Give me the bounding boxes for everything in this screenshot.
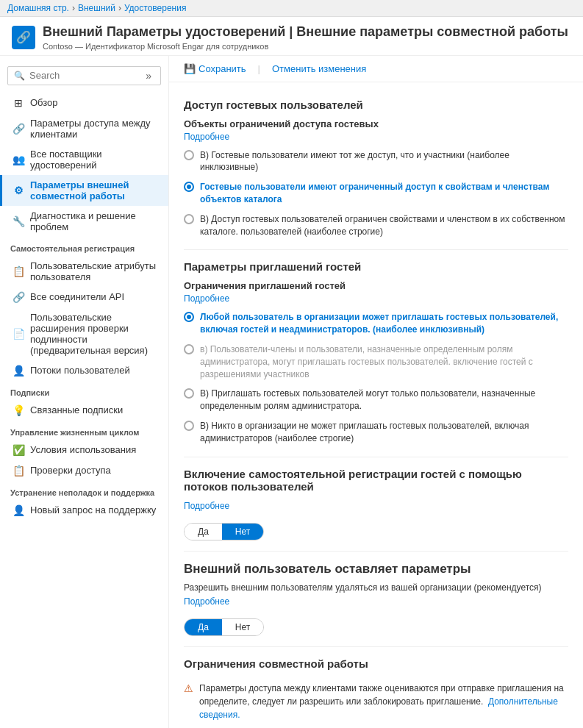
guest-invitations-subtitle: Ограничения приглашений гостей: [184, 280, 568, 291]
sidebar-item-user-extensions[interactable]: 📄 Пользовательские расширения проверки п…: [0, 307, 168, 360]
self-service-learn-more[interactable]: Подробнее: [184, 501, 229, 511]
sidebar-label-linked-subs: Связанные подписки: [30, 404, 123, 415]
guest-access-learn-more[interactable]: Подробнее: [184, 132, 229, 142]
collab-warning-box: ⚠ Параметры доступа между клиентами такж…: [184, 677, 568, 726]
guest-invitations-learn-more[interactable]: Подробнее: [184, 293, 229, 304]
breadcrumb-home[interactable]: Домашняя стр.: [7, 3, 69, 13]
collab-option-allow-all[interactable]: Разрешить отправку приглашений в любой д…: [184, 726, 568, 728]
sidebar-collapse-button[interactable]: »: [143, 70, 154, 82]
sidebar-item-terms[interactable]: ✅ Условия использования: [0, 440, 168, 460]
guest-access-label-inclusive: В) Гостевые пользователи имеют тот же до…: [200, 149, 568, 174]
sidebar-item-overview[interactable]: ⊞ Обзор: [0, 93, 168, 113]
cancel-button[interactable]: Отменить изменения: [272, 62, 366, 76]
breadcrumb-sep1: ›: [72, 3, 75, 13]
search-box: 🔍 »: [7, 66, 161, 85]
wrench-icon: 🔧: [12, 215, 24, 227]
sidebar-item-user-attrs[interactable]: 📋 Пользовательские атрибуты пользователя: [0, 256, 168, 287]
radio-invite-member[interactable]: [184, 344, 194, 354]
radio-restricted[interactable]: [184, 214, 194, 224]
users-icon: 👥: [12, 154, 24, 165]
external-leave-no-button[interactable]: Нет: [222, 619, 263, 635]
save-label: Сохранить: [198, 63, 246, 74]
divider-2: [184, 457, 568, 457]
sidebar-label-terms: Условия использования: [30, 444, 136, 455]
collab-restrictions-title: Ограничения совместной работы: [184, 657, 568, 670]
invite-option-nobody[interactable]: В) Никто в организации не может приглаша…: [184, 418, 568, 446]
self-service-toggle-group: Да Нет: [184, 523, 264, 540]
radio-inclusive[interactable]: [184, 150, 194, 160]
external-leave-title: Внешний пользователь оставляет параметры: [184, 562, 568, 577]
grid-icon: ⊞: [12, 97, 24, 109]
sidebar-item-external-collab[interactable]: ⚙ Параметры внешней совместной работы: [0, 175, 168, 206]
page-subtitle: Contoso — Идентификатор Microsoft Engar …: [43, 42, 568, 51]
radio-limited[interactable]: [184, 182, 194, 192]
self-service-yes-button[interactable]: Да: [185, 524, 222, 540]
guest-access-title: Доступ гостевых пользователей: [184, 99, 568, 111]
api-icon: 🔗: [12, 291, 24, 303]
invite-label-member: в) Пользователи-члены и пользователи, на…: [200, 343, 568, 380]
content-body: Доступ гостевых пользователей Объекты ог…: [169, 82, 583, 728]
sidebar-item-access-reviews[interactable]: 📋 Проверки доступа: [0, 460, 168, 481]
invite-option-admin-only[interactable]: В) Приглашать гостевых пользователей мог…: [184, 386, 568, 414]
guest-access-label-restricted: В) Доступ гостевых пользователей огранич…: [200, 213, 568, 238]
breadcrumb: Домашняя стр. › Внешний › Удостоверения: [0, 0, 583, 17]
collab-restrictions-section: Ограничения совместной работы ⚠ Параметр…: [184, 657, 568, 728]
sidebar-label-all-providers: Все поставщики удостоверений: [30, 149, 158, 171]
external-leave-toggle-group: Да Нет: [184, 618, 264, 636]
self-service-no-button[interactable]: Нет: [222, 524, 263, 540]
divider-3: [184, 551, 568, 552]
guest-access-option-inclusive[interactable]: В) Гостевые пользователи имеют тот же до…: [184, 148, 568, 176]
invite-option-anyone[interactable]: Любой пользователь в организации может п…: [184, 310, 568, 338]
sidebar: 🔍 » ⊞ Обзор 🔗 Параметры доступа между кл…: [0, 56, 169, 728]
invite-label-admin: В) Приглашать гостевых пользователей мог…: [200, 388, 568, 413]
sidebar-item-linked-subs[interactable]: 💡 Связанные подписки: [0, 400, 168, 421]
search-input[interactable]: [29, 70, 138, 81]
invite-option-member[interactable]: в) Пользователи-члены и пользователи, на…: [184, 342, 568, 382]
main-layout: 🔍 » ⊞ Обзор 🔗 Параметры доступа между кл…: [0, 56, 583, 728]
warning-icon: ⚠: [184, 682, 193, 694]
settings-icon: ⚙: [12, 185, 24, 196]
radio-invite-anyone[interactable]: [184, 312, 194, 322]
save-icon: 💾: [184, 63, 196, 74]
collab-warning-text: Параметры доступа между клиентами также …: [199, 682, 568, 721]
self-service-section: Включение самостоятельной регистрации го…: [184, 468, 568, 540]
cancel-label: Отменить изменения: [272, 63, 366, 74]
external-leave-description: Разрешить внешним пользователям удалятьс…: [184, 582, 568, 593]
guest-access-subtitle: Объекты ограничений доступа гостевых: [184, 118, 568, 129]
section-title-lifecycle: Управление жизненным циклом: [0, 421, 168, 440]
radio-invite-nobody[interactable]: [184, 421, 194, 431]
external-leave-yes-button[interactable]: Да: [185, 619, 222, 635]
sidebar-item-user-flows[interactable]: 👤 Потоки пользователей: [0, 360, 168, 381]
doc-icon: 📄: [12, 328, 24, 340]
toolbar-separator: |: [258, 63, 260, 74]
sidebar-item-all-providers[interactable]: 👥 Все поставщики удостоверений: [0, 144, 168, 175]
guest-invitations-section: Параметры приглашений гостей Ограничения…: [184, 260, 568, 446]
invite-label-anyone: Любой пользователь в организации может п…: [200, 311, 568, 336]
external-leave-learn-more[interactable]: Подробнее: [184, 596, 229, 607]
sidebar-label-access-reviews: Проверки доступа: [30, 465, 111, 476]
breadcrumb-sep2: ›: [118, 3, 121, 13]
sidebar-label-user-flows: Потоки пользователей: [30, 365, 130, 376]
save-button[interactable]: 💾 Сохранить: [184, 62, 246, 76]
guest-access-option-restricted[interactable]: В) Доступ гостевых пользователей огранич…: [184, 212, 568, 240]
breadcrumb-external[interactable]: Внешний: [78, 3, 115, 13]
guest-access-section: Доступ гостевых пользователей Объекты ог…: [184, 99, 568, 240]
invite-label-nobody: В) Никто в организации не может приглаша…: [200, 420, 568, 445]
sidebar-label-new-support: Новый запрос на поддержку: [30, 504, 156, 515]
clipboard-icon: 📋: [12, 265, 24, 277]
breadcrumb-certificates[interactable]: Удостоверения: [124, 3, 187, 13]
page-header: 🔗 Внешний Параметры удостоверений | Внеш…: [0, 17, 583, 56]
section-title-support: Устранение неполадок и поддержка: [0, 481, 168, 500]
sidebar-item-api-connectors[interactable]: 🔗 Все соединители API: [0, 287, 168, 307]
sidebar-item-new-support[interactable]: 👤 Новый запрос на поддержку: [0, 500, 168, 521]
guest-invitations-title: Параметры приглашений гостей: [184, 260, 568, 273]
checkmark-icon: ✅: [12, 444, 24, 456]
sidebar-label-user-attrs: Пользовательские атрибуты пользователя: [30, 260, 158, 282]
sidebar-label-cross-tenant: Параметры доступа между клиентами: [30, 118, 158, 140]
guest-access-option-limited[interactable]: Гостевые пользователи имеют ограниченный…: [184, 179, 568, 207]
sidebar-item-cross-tenant[interactable]: 🔗 Параметры доступа между клиентами: [0, 113, 168, 144]
review-icon: 📋: [12, 465, 24, 477]
divider-1: [184, 249, 568, 250]
sidebar-item-diagnostics[interactable]: 🔧 Диагностика и решение проблем: [0, 206, 168, 237]
radio-invite-admin[interactable]: [184, 388, 194, 399]
